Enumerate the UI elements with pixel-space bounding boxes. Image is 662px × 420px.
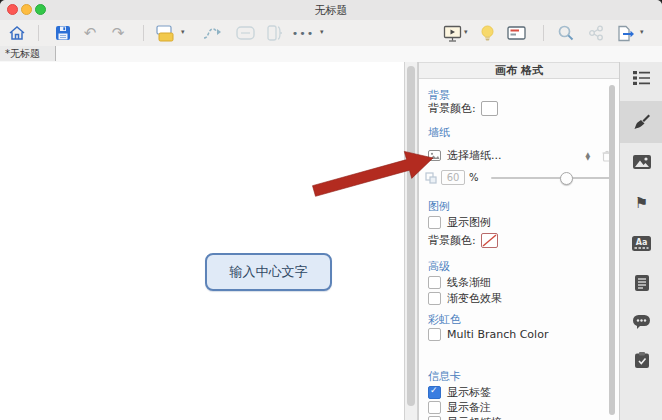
more-icon: ••• xyxy=(292,28,314,39)
legend-bg-color-row: 背景颜色: xyxy=(428,233,498,248)
zoom-search-button[interactable] xyxy=(554,22,578,44)
scale-icon xyxy=(425,172,437,184)
notes-tool-button[interactable] xyxy=(630,272,653,294)
label-aa-icon: Aa xyxy=(632,236,651,251)
save-button[interactable] xyxy=(51,22,75,44)
outline-tool-button[interactable] xyxy=(630,67,653,89)
right-icon-strip: ⚑ Aa xyxy=(619,62,662,420)
show-label-checkbox[interactable] xyxy=(428,386,441,399)
opacity-input[interactable]: 60 xyxy=(441,170,465,185)
task-tool-button[interactable] xyxy=(630,349,653,371)
format-tool-button[interactable] xyxy=(630,110,653,132)
toggle-format-panel-button[interactable] xyxy=(504,22,528,44)
export-button[interactable] xyxy=(614,22,638,44)
show-hyperlink-label: 显示超链接 xyxy=(447,415,502,420)
section-rainbow: 彩虹色 xyxy=(428,312,461,327)
show-legend-row[interactable]: 显示图例 xyxy=(428,215,491,230)
presentation-button[interactable] xyxy=(440,22,464,44)
redo-icon: ↷ xyxy=(112,26,125,41)
background-color-row: 背景颜色: xyxy=(428,101,498,116)
inspiration-button[interactable] xyxy=(475,22,499,44)
panel-title: 画布 格式 xyxy=(419,62,619,79)
toolbar-separator xyxy=(38,25,39,41)
select-wallpaper-label[interactable]: 选择墙纸... xyxy=(447,148,502,163)
tabbar: *无标题 xyxy=(0,46,662,63)
multi-branch-checkbox[interactable] xyxy=(428,328,441,341)
toolbar-separator xyxy=(143,25,144,41)
show-notes-row[interactable]: 显示备注 xyxy=(428,400,491,415)
mindmap-canvas[interactable]: 输入中心文字 xyxy=(0,62,404,420)
tapered-lines-label: 线条渐细 xyxy=(447,275,491,290)
presentation-dropdown-caret[interactable]: ▾ xyxy=(464,28,468,36)
show-label-row[interactable]: 显示标签 xyxy=(428,385,491,400)
central-topic-node[interactable]: 输入中心文字 xyxy=(205,253,332,291)
tab-untitled[interactable]: *无标题 xyxy=(0,46,56,61)
toolbar-separator xyxy=(543,25,544,41)
gradient-row[interactable]: 渐变色效果 xyxy=(428,291,502,306)
presentation-icon xyxy=(443,25,462,42)
marker-tool-button[interactable]: ⚑ xyxy=(630,192,653,214)
multi-branch-label: Multi Branch Color xyxy=(447,328,548,341)
export-icon xyxy=(617,25,635,42)
tapered-lines-checkbox[interactable] xyxy=(428,276,441,289)
panel-toggle-icon xyxy=(507,26,526,40)
export-dropdown-caret[interactable]: ▾ xyxy=(640,28,644,36)
canvas-vertical-scrollbar[interactable] xyxy=(404,62,418,420)
sheets-icon xyxy=(155,25,174,42)
show-notes-checkbox[interactable] xyxy=(428,401,441,414)
wallpaper-stepper[interactable]: ▲▼ xyxy=(585,152,590,160)
section-infocard: 信息卡 xyxy=(428,369,461,384)
section-wallpaper: 墙纸 xyxy=(428,125,450,140)
sheet-dropdown-caret[interactable]: ▾ xyxy=(181,28,185,36)
outline-icon xyxy=(633,71,651,85)
slider-track xyxy=(491,177,611,179)
slider-handle[interactable] xyxy=(560,172,573,185)
magnifier-icon xyxy=(558,25,574,41)
section-legend: 图例 xyxy=(428,199,450,214)
share-icon xyxy=(588,25,604,41)
panel-scrollbar-thumb[interactable] xyxy=(609,85,615,415)
show-legend-checkbox[interactable] xyxy=(428,216,441,229)
format-panel: 画布 格式 背景 背景颜色: 墙纸 选择墙纸... ▲▼ xyxy=(418,62,619,420)
canvas-scrollbar-thumb[interactable] xyxy=(407,66,415,406)
undo-icon: ↶ xyxy=(84,26,97,41)
summary-button xyxy=(263,22,287,44)
boundary-button xyxy=(233,22,257,44)
redo-button[interactable]: ↷ xyxy=(106,22,130,44)
home-button[interactable] xyxy=(5,22,29,44)
opacity-slider[interactable] xyxy=(491,171,611,184)
multi-branch-row[interactable]: Multi Branch Color xyxy=(428,328,548,341)
window-title: 无标题 xyxy=(0,3,662,18)
relationship-icon xyxy=(202,26,222,41)
titlebar: 无标题 xyxy=(0,0,662,20)
insert-sheet-button[interactable] xyxy=(152,22,176,44)
background-color-swatch[interactable] xyxy=(481,101,498,116)
flag-icon: ⚑ xyxy=(635,196,648,211)
task-clipboard-icon xyxy=(635,352,649,368)
relationship-button[interactable] xyxy=(200,22,224,44)
image-tool-button[interactable] xyxy=(630,151,653,173)
legend-bg-color-swatch[interactable] xyxy=(481,233,498,248)
image-icon xyxy=(633,155,651,169)
toolbar: ↶ ↷ ▾ xyxy=(0,20,662,47)
more-tools-button[interactable]: ••• xyxy=(291,22,315,44)
undo-button[interactable]: ↶ xyxy=(78,22,102,44)
tapered-lines-row[interactable]: 线条渐细 xyxy=(428,275,491,290)
more-dropdown-caret[interactable]: ▾ xyxy=(320,28,324,36)
summary-icon xyxy=(267,25,283,41)
section-advanced: 高级 xyxy=(428,259,450,274)
show-legend-label: 显示图例 xyxy=(447,215,491,230)
gradient-label: 渐变色效果 xyxy=(447,291,502,306)
background-color-label: 背景颜色: xyxy=(428,101,476,116)
show-hyperlink-checkbox[interactable] xyxy=(428,416,441,420)
show-label-label: 显示标签 xyxy=(447,385,491,400)
svg-text:Aa: Aa xyxy=(636,237,648,246)
comment-icon xyxy=(633,315,650,329)
wallpaper-select-row[interactable]: 选择墙纸... ▲▼ xyxy=(428,148,612,163)
share-button xyxy=(584,22,608,44)
show-hyperlink-row[interactable]: 显示超链接 xyxy=(428,415,502,420)
home-icon xyxy=(8,25,26,41)
gradient-checkbox[interactable] xyxy=(428,292,441,305)
comment-tool-button[interactable] xyxy=(630,311,653,333)
label-tool-button[interactable]: Aa xyxy=(630,232,653,254)
